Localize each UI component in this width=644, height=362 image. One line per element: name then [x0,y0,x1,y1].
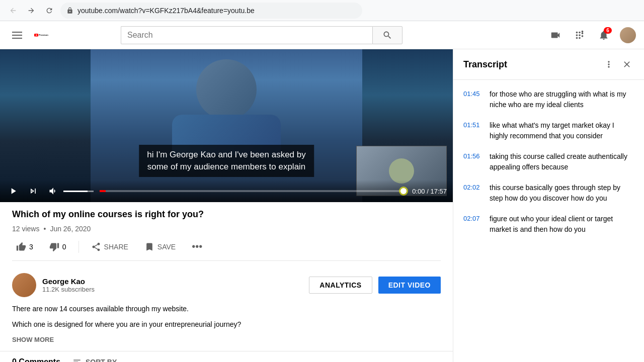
progress-thumb [400,188,407,194]
apps-icon-btn[interactable] [572,27,588,43]
search-button[interactable] [372,26,403,44]
transcript-time: 02:02 [463,183,481,204]
transcript-time: 02:07 [463,214,481,235]
progress-bar[interactable] [100,190,406,192]
desc-line-2: Which one is designed for where you are … [12,319,441,330]
user-avatar[interactable] [620,27,636,43]
play-button[interactable] [6,184,20,198]
desc-line-1: There are now 14 courses available throu… [12,303,441,314]
browser-chrome: youtube.com/watch?v=KGFKz217bA4&feature=… [0,0,644,21]
transcript-text: for those who are struggling with what i… [490,89,634,110]
transcript-text: like what what's my target market okay I… [490,120,634,141]
dislike-count: 0 [62,243,66,251]
back-button[interactable] [6,4,20,18]
transcript-text: figure out who your ideal client or targ… [490,214,634,235]
search-bar [121,26,403,44]
total-time: 17:57 [430,188,447,195]
video-player[interactable]: hi I'm George Kao and I've been asked by… [0,49,453,202]
like-button[interactable]: 3 [12,240,37,254]
main-content: hi I'm George Kao and I've been asked by… [0,49,644,362]
transcript-time: 01:56 [463,151,481,172]
upload-icon-btn[interactable] [547,27,564,43]
save-label: SAVE [157,243,176,251]
video-description: There are now 14 courses available throu… [0,303,453,351]
volume-button[interactable] [46,184,60,198]
transcript-item[interactable]: 01:45 for those who are struggling with … [453,84,644,115]
sort-button[interactable]: SORT BY [72,357,117,362]
transcript-actions [602,57,634,71]
transcript-close-button[interactable] [620,57,634,71]
channel-section: George Kao 11.2K subscribers ANALYTICS E… [0,267,453,303]
transcript-more-options[interactable] [602,57,616,71]
transcript-item[interactable]: 01:56 taking this course called create a… [453,146,644,177]
transcript-text: this course basically goes through step … [490,183,634,204]
youtube-logo[interactable]: Premium [34,30,48,40]
upload-date: Jun 26, 2020 [50,225,91,233]
video-meta: 12 views • Jun 26, 2020 [12,225,441,233]
video-info: Which of my online courses is right for … [0,202,453,267]
nav-right: 6 [547,27,636,43]
next-button[interactable] [26,184,40,198]
transcript-item[interactable]: 02:02 this course basically goes through… [453,177,644,209]
forward-button[interactable] [24,4,38,18]
action-bar: 3 0 SHARE SAVE ••• [12,239,441,261]
hamburger-menu[interactable] [8,28,26,43]
view-count: 12 views [12,225,39,233]
url-text: youtube.com/watch?v=KGFKz217bA4&feature=… [77,7,255,15]
video-background: hi I'm George Kao and I've been asked by… [0,49,453,202]
transcript-panel: Transcript 01:45 for those who are strug… [453,49,644,362]
comments-section: 0 Comments SORT BY [0,351,453,362]
like-count: 3 [29,243,33,251]
dislike-button[interactable]: 0 [45,240,70,254]
channel-name: George Kao [42,277,95,286]
youtube-nav: Premium 6 [0,21,644,49]
transcript-time: 01:45 [463,89,481,110]
analytics-button[interactable]: ANALYTICS [309,277,372,294]
volume-bar[interactable] [63,191,94,192]
more-options-button[interactable]: ••• [188,239,206,254]
share-button[interactable]: SHARE [87,240,132,254]
time-display: 0:00 / 17:57 [412,188,447,195]
share-label: SHARE [104,243,128,251]
transcript-item[interactable]: 02:07 figure out who your ideal client o… [453,209,644,240]
edit-video-button[interactable]: EDIT VIDEO [378,277,441,294]
channel-info: George Kao 11.2K subscribers [12,273,95,297]
video-controls: 0:00 / 17:57 [0,180,453,202]
action-divider [78,241,79,253]
show-more-button[interactable]: SHOW MORE [12,336,54,343]
transcript-body: 01:45 for those who are struggling with … [453,80,644,362]
video-area: hi I'm George Kao and I've been asked by… [0,49,453,362]
progress-fill [100,190,106,192]
volume-area [46,184,94,198]
url-bar[interactable]: youtube.com/watch?v=KGFKz217bA4&feature=… [60,3,362,19]
save-button[interactable]: SAVE [140,240,180,254]
transcript-header: Transcript [453,49,644,80]
avatar-image [620,27,636,43]
video-title: Which of my online courses is right for … [12,208,441,221]
reload-button[interactable] [42,4,56,18]
svg-text:Premium: Premium [39,34,48,36]
channel-subscribers: 11.2K subscribers [42,286,95,293]
sort-label: SORT BY [86,358,117,362]
channel-text: George Kao 11.2K subscribers [42,277,95,293]
notification-bell[interactable]: 6 [596,27,612,43]
notification-badge: 6 [604,27,612,34]
transcript-text: taking this course called create authent… [490,151,634,172]
video-caption: hi I'm George Kao and I've been asked by… [139,145,314,177]
volume-fill [63,191,88,192]
meta-dot: • [43,225,46,233]
channel-buttons: ANALYTICS EDIT VIDEO [309,277,441,294]
channel-avatar[interactable] [12,273,36,297]
current-time: 0:00 [412,188,425,195]
transcript-time: 01:51 [463,120,481,141]
comments-header: 0 Comments SORT BY [12,357,441,362]
transcript-title: Transcript [463,59,507,70]
video-person [91,49,362,202]
comments-count: 0 Comments [12,357,60,362]
transcript-item[interactable]: 01:51 like what what's my target market … [453,115,644,146]
yt-logo-icon: Premium [34,30,48,40]
search-input[interactable] [121,26,372,44]
nav-left: Premium [8,28,48,43]
